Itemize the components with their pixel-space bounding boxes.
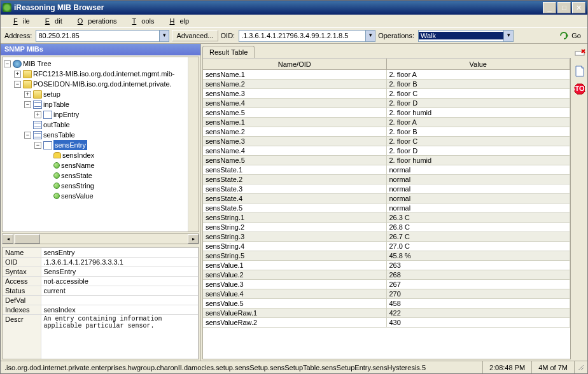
table-row[interactable]: sensName.42. floor D <box>203 146 570 156</box>
table-row[interactable]: sensValue.3267 <box>203 280 570 289</box>
table-row[interactable]: sensName.12. floor A <box>203 70 570 80</box>
scroll-right-button[interactable]: ▸ <box>188 234 199 244</box>
table-row[interactable]: sensString.427.0 C <box>203 242 570 251</box>
menu-operations[interactable]: Operations <box>67 16 122 26</box>
vertical-scrollbar[interactable] <box>188 57 199 232</box>
tree-expander[interactable]: − <box>34 142 41 149</box>
resize-grip-icon[interactable] <box>574 361 587 373</box>
tree-expander[interactable]: − <box>14 81 21 88</box>
address-dropdown[interactable]: 80.250.21.85 ▾ <box>36 30 169 42</box>
table-row[interactable]: sensState.1normal <box>203 165 570 175</box>
tree-expander[interactable]: − <box>24 132 31 139</box>
operations-dropdown[interactable]: Walk ▾ <box>418 30 514 42</box>
cell-name: sensState.1 <box>203 165 387 174</box>
table-row[interactable]: sensName.42. floor D <box>203 99 570 108</box>
maximize-button[interactable]: □ <box>557 2 571 13</box>
chevron-down-icon[interactable]: ▾ <box>503 31 513 41</box>
cell-name: sensString.5 <box>203 251 387 260</box>
tree-sensTable[interactable]: sensTable <box>43 130 75 140</box>
mib-tree[interactable]: −MIB Tree +RFC1213-MIB.iso.org.dod.inter… <box>2 57 199 232</box>
tree-root[interactable]: MIB Tree <box>23 59 52 69</box>
scroll-left-button[interactable]: ◂ <box>3 234 13 244</box>
table-row[interactable]: sensName.22. floor B <box>203 80 570 89</box>
table-row[interactable]: sensString.545.8 % <box>203 251 570 261</box>
oid-value[interactable]: .1.3.6.1.4.1.21796.3.4.99.1.2.1.8.5 <box>239 32 365 39</box>
tree-sensValue[interactable]: sensValue <box>61 191 94 201</box>
delete-row-icon[interactable] <box>574 48 585 59</box>
table-row[interactable]: sensState.3normal <box>203 184 570 194</box>
table-row[interactable]: sensString.126.3 C <box>203 213 570 223</box>
horizontal-scrollbar[interactable]: ◂ ▸ <box>2 233 199 244</box>
cell-name: sensValueRaw.1 <box>203 308 387 317</box>
tree-expander[interactable]: + <box>14 71 21 78</box>
tree-mib2[interactable]: POSEIDON-MIB.iso.org.dod.internet.privat… <box>33 79 172 89</box>
tree-inpTable[interactable]: inpTable <box>43 99 69 109</box>
document-icon[interactable] <box>574 66 585 77</box>
cell-name: sensValue.2 <box>203 270 387 279</box>
table-row[interactable]: sensName.22. floor B <box>203 127 570 137</box>
col-name-oid[interactable]: Name/OID <box>203 59 387 69</box>
table-row[interactable]: sensName.32. floor C <box>203 137 570 146</box>
cell-name: sensName.3 <box>203 137 387 146</box>
cell-value: 268 <box>387 270 571 279</box>
table-row[interactable]: sensName.52. floor humid <box>203 156 570 165</box>
tree-expander[interactable]: − <box>24 101 31 108</box>
tree-sensIndex[interactable]: sensIndex <box>62 150 94 160</box>
tree-mib1[interactable]: RFC1213-MIB.iso.org.dod.internet.mgmt.mi… <box>33 69 175 79</box>
table-row[interactable]: sensState.4normal <box>203 194 570 204</box>
table-row[interactable]: sensString.226.8 C <box>203 223 570 232</box>
tree-inpEntry[interactable]: inpEntry <box>53 109 79 120</box>
table-row[interactable]: sensValueRaw.2430 <box>203 318 570 328</box>
menu-tools[interactable]: Tools <box>122 16 160 26</box>
table-row[interactable]: sensState.5normal <box>203 204 570 213</box>
cell-value: 2. floor A <box>387 118 571 127</box>
tree-outTable[interactable]: outTable <box>43 120 70 130</box>
col-value[interactable]: Value <box>387 59 571 69</box>
cell-name: sensName.5 <box>203 156 387 165</box>
table-row[interactable]: sensValue.1263 <box>203 261 570 270</box>
minimize-button[interactable]: _ <box>543 2 556 13</box>
tree-sensString[interactable]: sensString <box>61 181 94 191</box>
table-row[interactable]: sensValue.5458 <box>203 299 570 308</box>
address-value[interactable]: 80.250.21.85 <box>36 32 159 39</box>
status-memory: 4M of 7M <box>531 361 574 373</box>
table-row[interactable]: sensName.32. floor C <box>203 89 570 99</box>
titlebar: iReasoning MIB Browser _ □ ✕ <box>1 1 587 15</box>
cell-value: normal <box>387 184 571 193</box>
table-row[interactable]: sensState.2normal <box>203 175 570 184</box>
menu-file[interactable]: File <box>3 16 35 26</box>
advanced-button[interactable]: Advanced... <box>172 30 218 41</box>
cell-value: 2. floor B <box>387 127 571 136</box>
prop-oid-value: .1.3.6.1.4.1.21796.3.3.3.1 <box>41 257 199 267</box>
grid-header: Name/OID Value <box>203 59 570 70</box>
table-row[interactable]: sensString.326.7 C <box>203 232 570 242</box>
tree-expander[interactable]: − <box>4 60 11 67</box>
table-row[interactable]: sensValueRaw.1422 <box>203 308 570 318</box>
table-row[interactable]: sensName.52. floor humid <box>203 108 570 118</box>
table-row[interactable]: sensName.12. floor A <box>203 118 570 127</box>
operations-value[interactable]: Walk <box>419 32 503 39</box>
oid-dropdown[interactable]: .1.3.6.1.4.1.21796.3.4.99.1.2.1.8.5 ▾ <box>239 30 375 42</box>
chevron-down-icon[interactable]: ▾ <box>159 31 169 41</box>
menu-edit[interactable]: Edit <box>35 16 67 26</box>
table-row[interactable]: sensValue.4270 <box>203 289 570 299</box>
cell-name: sensState.3 <box>203 184 387 193</box>
tree-sensName[interactable]: sensName <box>61 160 95 170</box>
tree-setup[interactable]: setup <box>43 89 60 99</box>
grid-body[interactable]: sensName.12. floor AsensName.22. floor B… <box>203 70 570 359</box>
scroll-thumb[interactable] <box>15 234 40 244</box>
prop-name-label: Name <box>3 247 41 257</box>
close-button[interactable]: ✕ <box>572 2 585 13</box>
prop-name-value: sensEntry <box>41 247 199 257</box>
tree-expander[interactable]: + <box>24 91 31 98</box>
go-button[interactable]: Go <box>557 30 584 41</box>
tree-sensState[interactable]: sensState <box>61 170 92 181</box>
tree-sensEntry[interactable]: sensEntry <box>53 140 87 150</box>
tree-expander[interactable]: + <box>34 111 41 118</box>
cell-name: sensName.1 <box>203 70 387 79</box>
stop-icon[interactable]: STOP <box>574 83 585 95</box>
chevron-down-icon[interactable]: ▾ <box>365 31 375 41</box>
tab-result-table[interactable]: Result Table <box>202 46 255 59</box>
table-row[interactable]: sensValue.2268 <box>203 270 570 280</box>
menu-help[interactable]: Help <box>159 16 194 26</box>
